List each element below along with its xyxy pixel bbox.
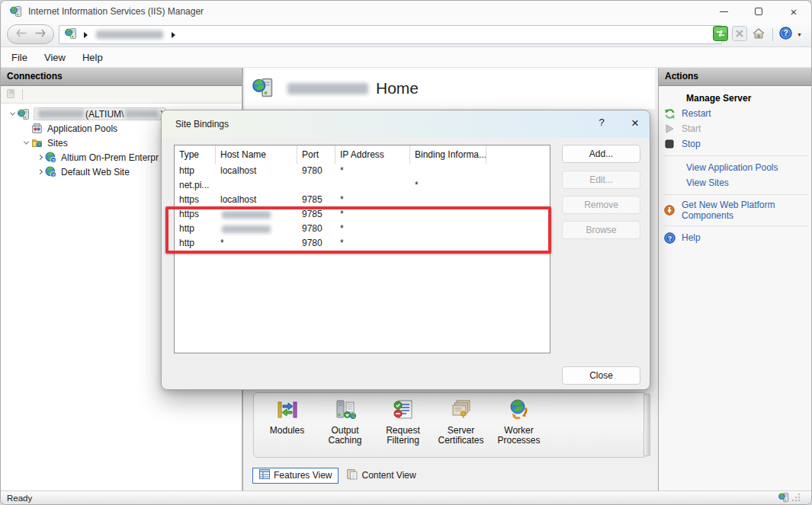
browse-button: Browse — [562, 221, 640, 239]
toolbar-separator — [22, 89, 23, 100]
refresh-go-button[interactable] — [713, 26, 728, 43]
actions-header: Actions — [659, 68, 812, 86]
feature-output-caching[interactable]: Output Caching — [316, 398, 374, 446]
redacted-text — [125, 110, 159, 118]
action-label: Manage Server — [686, 93, 751, 104]
expand-chevron-icon[interactable] — [34, 155, 45, 159]
dialog-title-bar: Site Bindings — [162, 110, 650, 138]
feature-label: Request Filtering — [374, 426, 432, 446]
iis-manager-window: Internet Information Services (IIS) Mana… — [0, 0, 812, 505]
menu-item-help[interactable]: Help — [74, 47, 111, 67]
close-window-button[interactable]: × — [776, 1, 811, 22]
table-row-highlighted[interactable]: https9785* — [175, 207, 550, 222]
nav-toolbar: ? ▼ — [713, 26, 802, 43]
action-help[interactable]: ?Help — [663, 230, 808, 245]
expand-chevron-icon[interactable] — [7, 112, 18, 116]
action-view-application-pools[interactable]: View Application Pools — [663, 160, 808, 175]
tree-node-label: Sites — [47, 138, 68, 149]
forward-button — [34, 29, 46, 40]
action-restart[interactable]: Restart — [663, 106, 808, 121]
cell-port: 9780 — [297, 164, 335, 178]
cell-type: https — [175, 193, 216, 207]
action-view-sites[interactable]: View Sites — [663, 175, 808, 190]
dialog-help-button[interactable]: ? — [593, 117, 610, 132]
navigation-bar: ? ▼ — [1, 22, 811, 47]
column-header-ip-address[interactable]: IP Address — [335, 145, 410, 164]
feature-request-filtering[interactable]: Request Filtering — [374, 398, 432, 446]
remove-button: Remove — [562, 196, 640, 214]
column-header-host-name[interactable]: Host Name — [216, 145, 297, 164]
window-title: Internet Information Services (IIS) Mana… — [28, 6, 204, 17]
server-status-icon — [778, 492, 789, 504]
history-navigation — [7, 24, 54, 44]
edit--button: Edit... — [562, 171, 640, 189]
table-row-highlighted[interactable]: http*9780* — [175, 236, 550, 251]
app-pools-icon — [31, 123, 43, 135]
breadcrumb[interactable] — [59, 25, 722, 44]
close-button[interactable]: Close — [562, 366, 640, 385]
cell-binding-information — [410, 236, 486, 251]
toolbar-separator — [772, 28, 773, 41]
feature-label: Output Caching — [316, 426, 374, 446]
breadcrumb-arrow-icon[interactable] — [172, 32, 175, 38]
feature-label: Server Certificates — [432, 426, 489, 446]
server-icon — [252, 77, 274, 101]
tree-node-label: Application Pools — [47, 123, 117, 134]
help-button[interactable]: ? — [779, 27, 792, 42]
dialog-close-button[interactable]: × — [625, 114, 645, 133]
minimize-button[interactable] — [706, 1, 741, 22]
redacted-text — [222, 225, 271, 233]
table-row[interactable]: httpslocalhost9785* — [175, 193, 550, 207]
window-controls: × — [706, 1, 811, 22]
breadcrumb-arrow-icon[interactable] — [84, 32, 88, 38]
bindings-table[interactable]: TypeHost NamePortIP AddressBinding Infor… — [174, 145, 550, 353]
folder-sites-icon — [31, 137, 43, 149]
cell-host-name — [216, 178, 297, 193]
column-header-port[interactable]: Port — [297, 145, 335, 164]
vertical-scrollbar[interactable] — [644, 394, 650, 456]
cell-type: http — [175, 164, 216, 178]
menu-item-file[interactable]: File — [3, 47, 36, 67]
add--button[interactable]: Add... — [562, 145, 640, 163]
start-icon — [663, 124, 676, 133]
feature-label: Worker Processes — [490, 426, 547, 446]
cell-type: http — [175, 222, 216, 236]
table-row[interactable]: httplocalhost9780* — [175, 164, 550, 178]
cell-host-name — [216, 222, 297, 236]
expand-chevron-icon[interactable] — [34, 170, 45, 174]
help-circle-icon: ? — [663, 232, 676, 244]
back-button — [16, 29, 27, 40]
maximize-button[interactable] — [741, 1, 776, 22]
help-dropdown-caret-icon[interactable]: ▼ — [797, 32, 802, 37]
menu-item-view[interactable]: View — [36, 47, 74, 67]
home-button[interactable] — [751, 26, 766, 43]
tab-content-view[interactable]: Content View — [340, 468, 422, 484]
tab-label: Features View — [274, 470, 332, 481]
tree-node-label: Altium On-Prem Enterpr — [61, 152, 159, 163]
resize-grip[interactable] — [791, 493, 801, 503]
cell-filler — [486, 222, 550, 236]
stop-button — [732, 26, 747, 43]
features-group: ModulesOutput CachingRequest FilteringSe… — [253, 392, 647, 458]
feature-modules[interactable]: Modules — [258, 398, 316, 446]
feature-worker-processes[interactable]: Worker Processes — [490, 398, 547, 446]
cell-ip-address: * — [335, 164, 410, 178]
tree-node-label: Default Web Site — [61, 167, 130, 177]
redacted-server-name — [287, 83, 368, 94]
expand-chevron-icon[interactable] — [21, 141, 31, 145]
view-tabs: Features ViewContent View — [252, 467, 424, 484]
feature-server-certificates[interactable]: Server Certificates — [432, 398, 489, 446]
cell-filler — [486, 193, 550, 207]
iis-app-icon — [10, 5, 22, 18]
page-title: Home — [376, 79, 419, 97]
column-header-binding-informa-[interactable]: Binding Informa... — [410, 145, 486, 164]
action-get-new-web-platform-components[interactable]: Get New Web Platform Components — [663, 199, 808, 222]
column-header-type[interactable]: Type — [175, 145, 216, 164]
table-row-highlighted[interactable]: http9780* — [175, 222, 550, 236]
action-stop[interactable]: Stop — [663, 136, 808, 152]
tab-features-view[interactable]: Features View — [252, 468, 339, 484]
cell-ip-address: * — [335, 207, 410, 222]
cell-binding-information — [410, 207, 486, 222]
server-certificates-icon — [450, 398, 473, 423]
table-row[interactable]: net.pi...* — [175, 178, 550, 193]
